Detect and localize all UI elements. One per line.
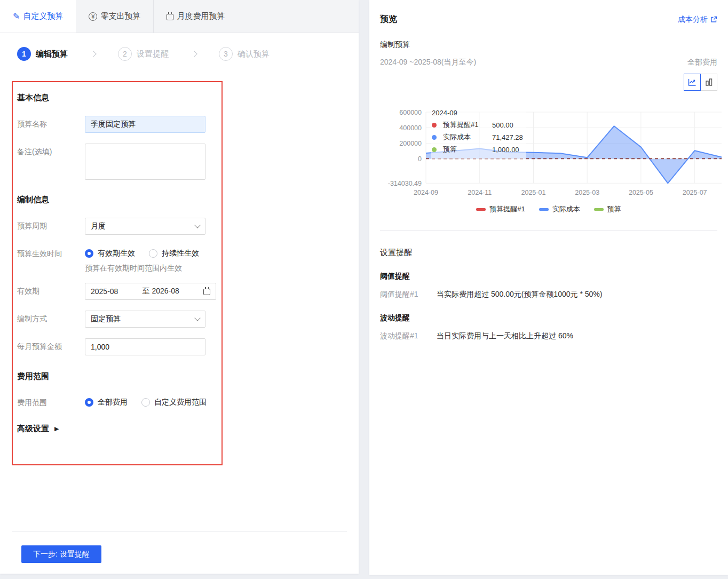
preview-date-range: 2024-09 ~2025-08(当月至今) <box>380 58 476 67</box>
tab-monthly-cost-budget[interactable]: 月度费用预算 <box>153 0 238 33</box>
radio-custom-scope[interactable]: 自定义费用范围 <box>141 398 207 407</box>
date-start: 2025-08 <box>91 287 118 296</box>
svg-text:2025-01: 2025-01 <box>521 189 546 196</box>
monthly-amount-input[interactable] <box>85 338 205 355</box>
selected-value: 月度 <box>91 221 106 231</box>
svg-text:600000: 600000 <box>399 109 422 116</box>
tab-custom-budget[interactable]: ✎ 自定义预算 <box>0 0 76 33</box>
bar-chart-toggle-button[interactable] <box>700 74 717 91</box>
tab-label: 零支出预算 <box>100 11 140 21</box>
step-set-alerts: 2 设置提醒 <box>118 47 169 61</box>
validity-daterange-picker[interactable]: 2025-08 至 2026-08 <box>85 283 216 300</box>
legend-swatch-icon <box>476 208 486 211</box>
divider <box>380 230 717 231</box>
line-chart-toggle-button[interactable] <box>684 74 701 91</box>
note-label: 备注(选填) <box>17 144 85 157</box>
chevron-right-icon <box>191 51 197 57</box>
radio-label: 全部费用 <box>98 398 128 407</box>
advanced-settings-label: 高级设置 <box>17 424 49 434</box>
radio-label: 持续性生效 <box>162 249 199 258</box>
budget-type-tabs: ✎ 自定义预算 ¥ 零支出预算 月度费用预算 <box>0 0 359 33</box>
budget-name-input[interactable] <box>85 116 205 133</box>
pencil-icon: ✎ <box>13 11 20 21</box>
advanced-settings-toggle[interactable]: 高级设置 ▶ <box>17 424 216 434</box>
tab-zero-spend-budget[interactable]: ¥ 零支出预算 <box>76 0 153 33</box>
step-edit-budget: 1 编辑预算 <box>17 47 68 61</box>
step-number: 1 <box>17 47 31 61</box>
line-chart-icon <box>687 77 697 87</box>
step-label: 设置提醒 <box>137 49 169 59</box>
radio-on-icon <box>85 398 93 407</box>
legend-swatch-icon <box>539 208 549 211</box>
svg-text:400000: 400000 <box>399 124 422 132</box>
threshold-alert-text: 当实际费用超过 500.00元(预算金额1000元 * 50%) <box>437 290 602 299</box>
budget-period-select[interactable]: 月度 <box>85 218 205 235</box>
alerts-section-title: 设置提醒 <box>380 248 717 258</box>
budget-preview-chart[interactable]: 6000004000002000000-314030.492024-092024… <box>380 107 717 214</box>
step-confirm-budget: 3 确认预算 <box>219 47 270 61</box>
date-separator: 至 2026-08 <box>122 287 199 296</box>
svg-text:2025-07: 2025-07 <box>683 189 707 196</box>
budget-editor-panel: ✎ 自定义预算 ¥ 零支出预算 月度费用预算 1 编辑预算 2 设置提醒 3 确… <box>0 0 359 574</box>
svg-text:-314030.49: -314030.49 <box>388 180 422 187</box>
legend-swatch-icon <box>594 208 604 211</box>
compile-method-select[interactable]: 固定预算 <box>85 311 205 328</box>
svg-text:0: 0 <box>418 155 422 163</box>
calendar-icon <box>203 289 210 295</box>
monthly-amount-label: 每月预算金额 <box>17 338 85 352</box>
step-number: 2 <box>118 47 132 61</box>
tab-label: 月度费用预算 <box>177 11 225 21</box>
next-step-button[interactable]: 下一步: 设置提醒 <box>21 545 101 563</box>
date-end: 2026-08 <box>152 287 179 295</box>
triangle-right-icon: ▶ <box>54 425 59 432</box>
svg-text:2025-05: 2025-05 <box>629 189 653 196</box>
chart-type-toggle <box>380 74 717 91</box>
preview-scope: 全部费用 <box>687 58 717 67</box>
legend-item[interactable]: 实际成本 <box>539 204 580 214</box>
fluctuation-alert-text: 当日实际费用与上一天相比上升超过 60% <box>437 331 573 341</box>
preview-title: 预览 <box>380 14 397 25</box>
radio-label: 有效期生效 <box>98 249 135 258</box>
bar-chart-icon <box>704 77 714 87</box>
preview-subtitle: 编制预算 <box>380 40 717 50</box>
external-link-icon <box>710 16 717 23</box>
cost-analysis-link[interactable]: 成本分析 <box>678 15 717 25</box>
threshold-alert-label: 阈值提醒#1 <box>380 290 437 299</box>
divider <box>12 531 347 532</box>
svg-text:2025-03: 2025-03 <box>575 189 599 196</box>
yen-circle-icon: ¥ <box>89 12 97 21</box>
svg-text:2024-11: 2024-11 <box>468 189 492 196</box>
tab-label: 自定义预算 <box>23 11 63 21</box>
fluctuation-alert-label: 波动提醒#1 <box>380 331 437 341</box>
budget-form-highlighted-region: 基本信息 预算名称 备注(选填) 编制信息 预算周期 月度 预算生效时间 <box>12 81 223 465</box>
link-label: 成本分析 <box>678 15 708 25</box>
fluctuation-alert-title: 波动提醒 <box>380 313 717 323</box>
chevron-right-icon <box>90 51 96 57</box>
wizard-steps: 1 编辑预算 2 设置提醒 3 确认预算 <box>0 33 359 61</box>
radio-all-costs[interactable]: 全部费用 <box>85 398 128 407</box>
threshold-alert-title: 阈值提醒 <box>380 272 717 281</box>
effective-time-hint: 预算在有效期时间范围内生效 <box>85 264 199 273</box>
radio-on-icon <box>85 249 93 258</box>
legend-item[interactable]: 预算提醒#1 <box>476 204 525 214</box>
chevron-down-icon <box>194 222 200 228</box>
effective-time-label: 预算生效时间 <box>17 245 85 259</box>
validity-label: 有效期 <box>17 283 85 296</box>
radio-off-icon <box>149 249 157 258</box>
compile-method-label: 编制方式 <box>17 311 85 324</box>
legend-item[interactable]: 预算 <box>594 204 621 214</box>
fluctuation-alert-row: 波动提醒#1 当日实际费用与上一天相比上升超过 60% <box>380 331 717 341</box>
note-textarea[interactable] <box>85 144 205 180</box>
area-chart-canvas: 6000004000002000000-314030.492024-092024… <box>380 107 727 199</box>
radio-validity-period[interactable]: 有效期生效 <box>85 249 135 258</box>
radio-label: 自定义费用范围 <box>154 398 207 407</box>
chart-legend: 预算提醒#1实际成本预算 <box>380 204 717 214</box>
radio-off-icon <box>141 398 150 407</box>
section-title-compile-info: 编制信息 <box>17 195 216 205</box>
step-label: 确认预算 <box>238 49 270 59</box>
svg-text:200000: 200000 <box>399 140 422 147</box>
radio-continuous[interactable]: 持续性生效 <box>149 249 199 258</box>
svg-text:2024-09: 2024-09 <box>414 189 438 196</box>
preview-panel: 预览 成本分析 编制预算 2024-09 ~2025-08(当月至今) 全部费用 <box>369 0 728 575</box>
step-label: 编辑预算 <box>36 49 68 59</box>
